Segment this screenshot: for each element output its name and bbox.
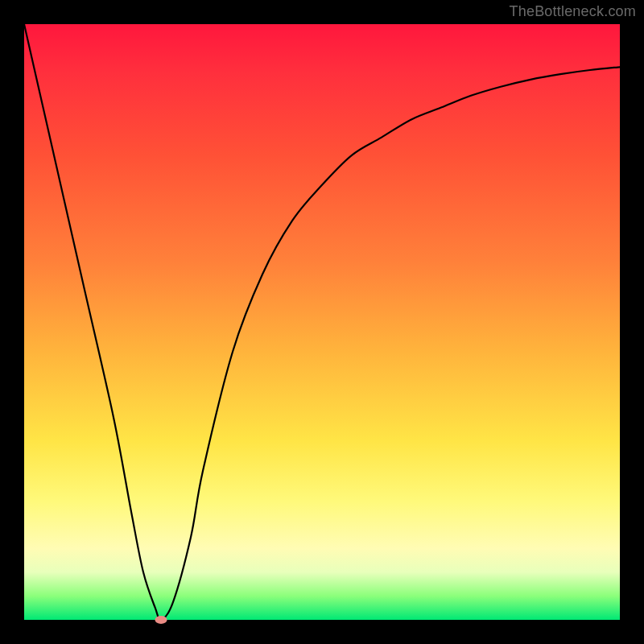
watermark-text: TheBottleneck.com	[510, 3, 636, 20]
chart-frame: TheBottleneck.com	[0, 0, 644, 644]
curve-svg	[24, 24, 620, 620]
bottleneck-curve	[24, 24, 620, 620]
min-point-marker	[155, 616, 167, 624]
plot-area	[24, 24, 620, 620]
